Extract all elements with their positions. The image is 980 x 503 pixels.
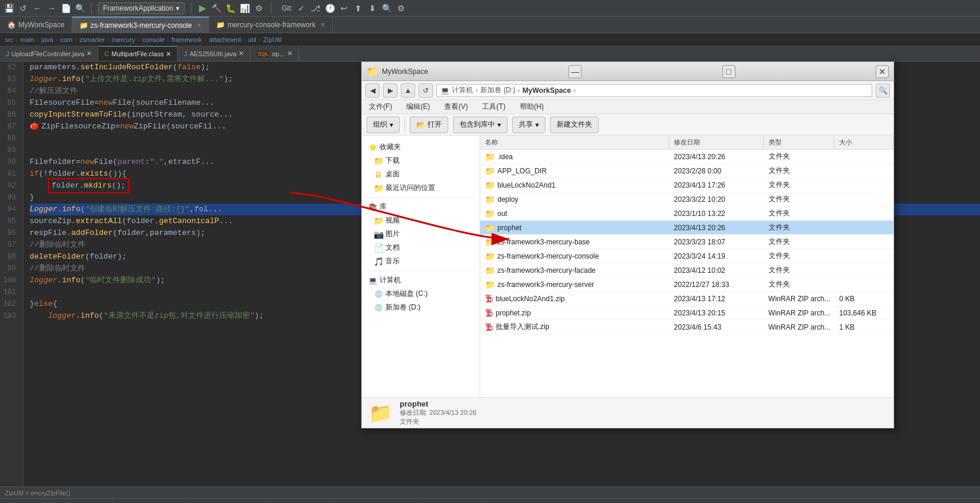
tab-uploadfilecontroller[interactable]: J UploadFileController.java ✕ xyxy=(0,46,98,61)
tree-pictures[interactable]: 📷 图片 xyxy=(364,227,477,241)
save-icon[interactable]: 💾 xyxy=(4,3,14,14)
col-header-size[interactable]: 大小 xyxy=(834,136,894,149)
menu-help[interactable]: 帮助(H) xyxy=(518,101,547,113)
git-search-icon[interactable]: 🔍 xyxy=(381,3,392,14)
breadcrumb-com[interactable]: com xyxy=(60,36,73,43)
tree-recent[interactable]: 📁 最近访问的位置 xyxy=(364,181,477,195)
col-header-type[interactable]: 类型 xyxy=(764,136,835,149)
breadcrumb-src[interactable]: src xyxy=(5,36,14,43)
file-type-cell: 文件夹 xyxy=(764,279,835,289)
file-row[interactable]: 📁 prophet 2023/4/13 20:26 文件夹 xyxy=(480,221,894,235)
git-push-icon[interactable]: ⬆ xyxy=(353,3,364,14)
sync-icon[interactable]: ↺ xyxy=(18,3,28,14)
project-selector[interactable]: FrameworkApplication ▾ xyxy=(98,2,185,14)
build-icon[interactable]: 🔨 xyxy=(211,3,222,14)
breadcrumb-attachment[interactable]: attachment xyxy=(209,36,241,43)
file-row[interactable]: 📁 zs-framework3-mercury-console 2023/3/2… xyxy=(480,249,894,263)
menu-tools[interactable]: 工具(T) xyxy=(480,101,507,113)
java-icon2: J xyxy=(184,50,187,57)
coverage-icon[interactable]: 📊 xyxy=(240,3,250,14)
file-row[interactable]: 🗜 批量导入测试.zip 2023/4/6 15:43 WinRAR ZIP a… xyxy=(480,320,894,334)
file-rows-container: 📁 .idea 2023/4/13 20:26 文件夹 📁 APP_LOG_DI… xyxy=(480,150,894,334)
file-row[interactable]: 📁 zs-framework3-mercury-base 2023/3/23 1… xyxy=(480,235,894,249)
tree-library[interactable]: 📚 库 xyxy=(364,200,477,214)
include-library-button[interactable]: 包含到库中 ▾ xyxy=(453,117,507,133)
tab-multipartfile[interactable]: C MultipartFile.class ✕ xyxy=(98,46,178,61)
tab-mercury-console-framework[interactable]: 📁 mercury-console-framework ✕ xyxy=(209,17,333,33)
menu-file[interactable]: 文件(F) xyxy=(367,101,394,113)
new-folder-button[interactable]: 新建文件夹 xyxy=(550,117,599,133)
file-name-cell: 📁 zs-framework3-mercury-server xyxy=(480,280,669,289)
tab-close-icon[interactable]: ✕ xyxy=(197,22,201,28)
run-button[interactable]: ▶ xyxy=(197,3,208,14)
status-bar: 🌿 Spring ⬛ Terminal 💬 0: Messages ☕ Java… xyxy=(0,498,980,503)
breadcrumb-mercury[interactable]: mercury xyxy=(112,36,136,43)
settings-icon[interactable]: ⚙ xyxy=(396,3,406,14)
address-input[interactable]: 💻 计算机 › 新加卷 (D:) › MyWorkSpace › xyxy=(436,84,872,97)
organize-button[interactable]: 组织 ▾ xyxy=(367,117,400,133)
file-row[interactable]: 📁 blueLockNo2And1 2023/4/13 17:26 文件夹 xyxy=(480,178,894,192)
tree-music[interactable]: 🎵 音乐 xyxy=(364,254,477,268)
search-nav-button[interactable]: 🔍 xyxy=(876,83,890,98)
minimize-button[interactable]: — xyxy=(568,65,581,78)
close-button[interactable]: ✕ xyxy=(876,65,889,78)
tree-computer[interactable]: 💻 计算机 xyxy=(364,273,477,287)
breadcrumb-zsmarter[interactable]: zsmarter xyxy=(79,36,105,43)
close-uploadfile[interactable]: ✕ xyxy=(86,50,92,57)
tab-sql[interactable]: SQL op... ✕ xyxy=(250,46,298,61)
file-size-cell: 103,646 KB xyxy=(834,309,894,317)
share-button[interactable]: 共享 ▾ xyxy=(512,117,545,133)
file-icon[interactable]: 📄 xyxy=(60,3,71,14)
tree-downloads[interactable]: 📁 下载 xyxy=(364,154,477,167)
menu-edit[interactable]: 编辑(E) xyxy=(404,101,432,113)
tree-disk-c[interactable]: 💿 本地磁盘 (C:) xyxy=(364,287,477,301)
open-button[interactable]: 📂 打开 xyxy=(410,117,448,133)
git-merge-icon[interactable]: ⎇ xyxy=(310,3,321,14)
breadcrumb-ziputil[interactable]: ZipUtil xyxy=(263,36,281,43)
close-multipartfile[interactable]: ✕ xyxy=(166,50,171,58)
search-icon[interactable]: 🔍 xyxy=(75,3,85,14)
menu-view[interactable]: 查看(V) xyxy=(442,101,470,113)
file-row[interactable]: 📁 .idea 2023/4/13 20:26 文件夹 xyxy=(480,150,894,164)
close-aes256[interactable]: ✕ xyxy=(239,50,244,57)
file-date-cell: 2023/3/23 18:07 xyxy=(669,238,764,246)
up-nav-button[interactable]: ▲ xyxy=(401,83,415,98)
col-header-name[interactable]: 名称 xyxy=(480,136,669,149)
debug-icon[interactable]: 🐛 xyxy=(226,3,236,14)
refresh-nav-button[interactable]: ↺ xyxy=(419,83,433,98)
git-revert-icon[interactable]: ↩ xyxy=(339,3,349,14)
file-row[interactable]: 📁 zs-framework3-mercury-server 2022/12/2… xyxy=(480,278,894,292)
tree-documents[interactable]: 📄 文档 xyxy=(364,241,477,254)
forward-nav-button[interactable]: ▶ xyxy=(383,83,397,98)
git-check-icon[interactable]: ✓ xyxy=(296,3,307,14)
breadcrumb-console[interactable]: console xyxy=(142,36,165,43)
back-nav-button[interactable]: ◀ xyxy=(365,83,380,98)
breadcrumb-java[interactable]: java xyxy=(41,36,53,43)
git-fetch-icon[interactable]: ⬇ xyxy=(367,3,378,14)
back-icon[interactable]: ← xyxy=(32,3,43,14)
tab-myworkspace[interactable]: 🏠 MyWorkSpace xyxy=(0,17,72,33)
profile-icon[interactable]: ⚙ xyxy=(254,3,265,14)
file-row[interactable]: 🗜 blueLockNo2And1.zip 2023/4/13 17:12 Wi… xyxy=(480,292,894,306)
file-row[interactable]: 📁 zs-framework3-mercury-facade 2023/4/12… xyxy=(480,263,894,278)
tree-favorites[interactable]: ⭐ 收藏夹 xyxy=(364,140,477,154)
tab-close-icon2[interactable]: ✕ xyxy=(320,21,325,28)
file-row[interactable]: 📁 APP_LOG_DIR 2023/2/28 0:00 文件夹 xyxy=(480,164,894,178)
maximize-button[interactable]: □ xyxy=(722,65,735,78)
file-row[interactable]: 🗜 prophet.zip 2023/4/13 20:15 WinRAR ZIP… xyxy=(480,306,894,320)
close-sql[interactable]: ✕ xyxy=(287,50,293,57)
breadcrumb-main[interactable]: main xyxy=(20,36,34,43)
tree-video[interactable]: 📁 视频 xyxy=(364,214,477,227)
forward-icon[interactable]: → xyxy=(46,3,57,14)
git-history-icon[interactable]: 🕐 xyxy=(324,3,335,14)
file-row[interactable]: 📁 deploy 2023/3/22 10:20 文件夹 xyxy=(480,192,894,207)
file-row[interactable]: 📁 out 2023/1/10 13:22 文件夹 xyxy=(480,207,894,221)
col-header-date[interactable]: 修改日期 xyxy=(669,136,764,149)
breadcrumb-util[interactable]: util xyxy=(248,36,256,43)
file-type-cell: 文件夹 xyxy=(764,265,835,275)
tab-aes256util[interactable]: J AES256Util.java ✕ xyxy=(178,46,250,61)
tree-desktop[interactable]: 🖥 桌面 xyxy=(364,167,477,181)
tree-disk-d[interactable]: 💿 新加卷 (D:) xyxy=(364,301,477,314)
breadcrumb-framework[interactable]: framework xyxy=(172,36,202,43)
tab-zs-framework3-mercury-console[interactable]: 📁 zs-framework3-mercury-console ✕ xyxy=(72,17,209,33)
